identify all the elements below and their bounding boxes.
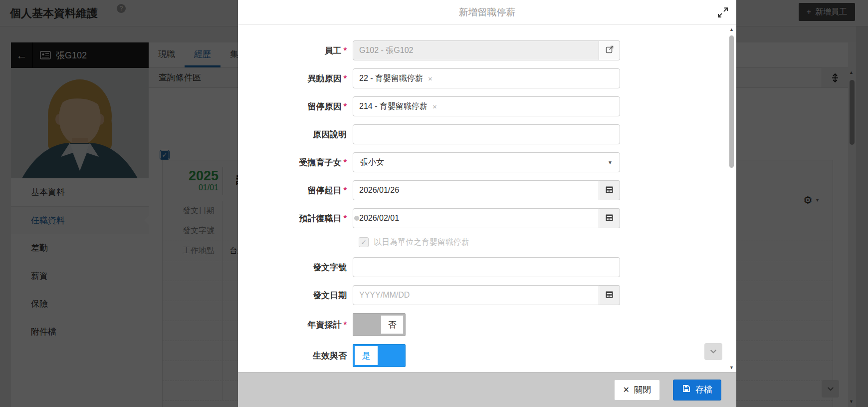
effective-toggle[interactable]: 是 <box>353 344 406 367</box>
employee-input <box>353 40 599 60</box>
field-row-change-reason: 異動原因 22 - 育嬰留職停薪 × <box>238 68 736 88</box>
modal-body: 員工 異動原因 22 - 育嬰留職停薪 × <box>238 25 736 372</box>
field-row-doc-date: 發文日期 <box>238 285 736 305</box>
add-leave-without-pay-modal: 新增留職停薪 員工 異動原因 <box>238 0 736 407</box>
field-row-leave-start: 留停起日 <box>238 180 736 200</box>
change-reason-field-label: 異動原因 <box>238 73 353 84</box>
leave-start-calendar-button[interactable] <box>599 180 620 200</box>
close-button[interactable]: ✕ 關閉 <box>614 380 660 401</box>
dependent-child-field-label: 受撫育子女 <box>238 157 353 168</box>
leave-reason-tag: 214 - 育嬰留職停薪 <box>359 101 428 112</box>
field-row-expected-return: 預計復職日 <box>238 208 736 228</box>
modal-scroll-down-button[interactable] <box>704 343 722 360</box>
remove-tag-icon[interactable]: × <box>428 74 433 83</box>
expected-return-date-input[interactable] <box>353 208 599 228</box>
remove-tag-icon[interactable]: × <box>433 102 437 111</box>
field-row-dependent-child: 受撫育子女 張小女 ▼ <box>238 152 736 172</box>
modal-scrollbar[interactable]: ▲ ▼ <box>729 27 735 370</box>
seniority-toggle-value: 否 <box>381 315 404 334</box>
expected-return-calendar-button[interactable] <box>599 208 620 228</box>
change-reason-input[interactable]: 22 - 育嬰留職停薪 × <box>353 68 620 88</box>
dependent-child-value: 張小女 <box>360 157 384 168</box>
modal-footer: ✕ 關閉 存檔 <box>238 372 736 407</box>
modal-header: 新增留職停薪 <box>238 0 736 25</box>
doc-date-field-label: 發文日期 <box>238 290 353 301</box>
expand-icon[interactable] <box>717 7 728 18</box>
daily-unit-checkbox: ✓ <box>359 237 369 247</box>
scrollbar-thumb[interactable] <box>729 35 734 168</box>
calendar-icon <box>605 213 614 224</box>
doc-number-input[interactable] <box>353 257 620 277</box>
save-button[interactable]: 存檔 <box>673 380 721 401</box>
field-row-employee: 員工 <box>238 40 736 60</box>
loading-dot <box>354 216 359 221</box>
leave-reason-input[interactable]: 214 - 育嬰留職停薪 × <box>353 96 620 116</box>
doc-date-calendar-button[interactable] <box>599 285 620 305</box>
calendar-icon <box>605 290 614 301</box>
daily-unit-label: 以日為單位之育嬰留職停薪 <box>374 237 469 248</box>
field-row-leave-reason: 留停原因 214 - 育嬰留職停薪 × <box>238 96 736 116</box>
effective-toggle-value: 是 <box>355 346 378 365</box>
expected-return-field-label: 預計復職日 <box>238 213 353 224</box>
dependent-child-select[interactable]: 張小女 ▼ <box>353 152 620 172</box>
reason-note-field-label: 原因說明 <box>238 129 353 140</box>
field-row-reason-note: 原因說明 <box>238 124 736 144</box>
field-row-seniority: 年資採計 否 <box>238 313 736 336</box>
employee-lookup-button[interactable] <box>599 40 620 60</box>
field-row-daily-unit: ✓ 以日為單位之育嬰留職停薪 <box>238 236 736 248</box>
leave-start-field-label: 留停起日 <box>238 185 353 196</box>
modal-title: 新增留職停薪 <box>238 0 736 25</box>
seniority-toggle[interactable]: 否 <box>353 313 406 336</box>
close-icon: ✕ <box>623 385 630 395</box>
leave-reason-field-label: 留停原因 <box>238 101 353 112</box>
save-disk-icon <box>682 384 691 396</box>
save-button-label: 存檔 <box>695 384 712 396</box>
scroll-down-icon[interactable]: ▼ <box>729 365 734 370</box>
external-link-icon <box>605 45 614 56</box>
doc-date-input[interactable] <box>353 285 599 305</box>
close-button-label: 關閉 <box>634 384 651 396</box>
reason-note-input[interactable] <box>353 124 620 144</box>
seniority-field-label: 年資採計 <box>238 319 353 331</box>
field-row-doc-number: 發文字號 <box>238 257 736 277</box>
effective-field-label: 生效與否 <box>238 350 353 362</box>
doc-number-field-label: 發文字號 <box>238 262 353 273</box>
scroll-up-icon[interactable]: ▲ <box>729 27 734 32</box>
employee-field-label: 員工 <box>238 45 353 56</box>
leave-start-date-input[interactable] <box>353 180 599 200</box>
change-reason-tag: 22 - 育嬰留職停薪 <box>359 73 423 84</box>
calendar-icon <box>605 185 614 196</box>
chevron-down-icon: ▼ <box>608 160 613 165</box>
field-row-effective: 生效與否 是 <box>238 344 736 367</box>
